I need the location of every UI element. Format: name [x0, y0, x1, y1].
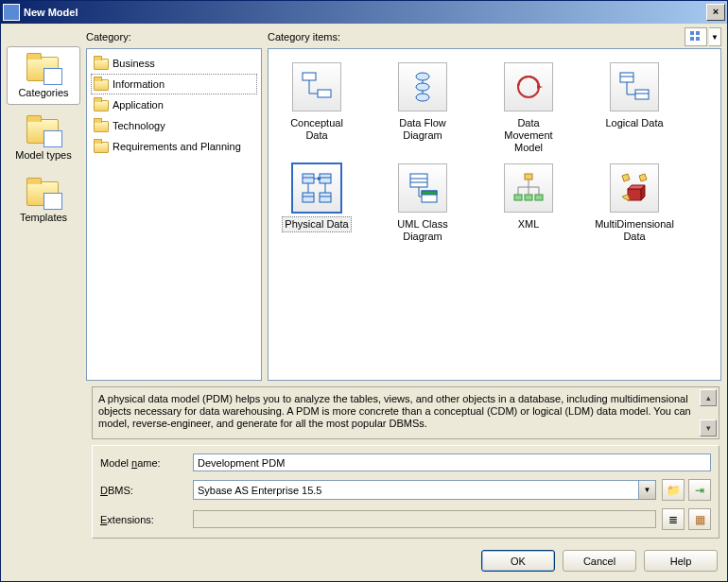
folder-icon: [94, 119, 109, 132]
new-model-dialog: New Model × Categories Model types Templ…: [0, 0, 728, 582]
tree-icon: [512, 172, 545, 204]
chevron-down-icon: ▾: [706, 422, 711, 435]
model-name-input[interactable]: [193, 454, 711, 471]
item-label: Physical Data: [282, 216, 351, 232]
model-name-label: Model name:: [100, 457, 187, 469]
sidebar: Categories Model types Templates: [7, 29, 80, 381]
scroll-down-button[interactable]: ▾: [700, 419, 717, 436]
extensions-list-button[interactable]: ≣: [662, 508, 685, 530]
item-label: Conceptual Data: [278, 115, 355, 144]
svg-point-6: [416, 73, 429, 80]
svg-rect-2: [690, 37, 694, 41]
svg-rect-19: [303, 193, 314, 202]
dbms-import-button[interactable]: ⇥: [688, 479, 711, 501]
diagram-icon: [618, 71, 650, 103]
app-icon: [3, 4, 20, 21]
grid-icon: [690, 31, 702, 43]
svg-rect-20: [320, 193, 331, 202]
svg-rect-5: [318, 90, 331, 97]
dbms-browse-button[interactable]: 📁: [662, 479, 685, 501]
folder-icon: [25, 115, 62, 146]
item-label: Logical Data: [602, 115, 666, 131]
dialog-buttons: OK Cancel Help: [1, 544, 727, 581]
svg-rect-3: [696, 37, 700, 41]
chevron-up-icon: ▴: [706, 392, 711, 404]
package-icon: ▦: [695, 513, 705, 526]
extensions-label: Extensions:: [100, 514, 187, 525]
item-label: Data Movement Model: [490, 115, 567, 156]
category-item-requirements[interactable]: Requirements and Planning: [91, 136, 257, 157]
item-physical-data[interactable]: Physical Data: [278, 163, 355, 245]
item-label: MultiDimensional Data: [592, 216, 677, 245]
description-box: A physical data model (PDM) helps you to…: [92, 386, 719, 439]
sidebar-item-model-types[interactable]: Model types: [7, 109, 80, 167]
svg-rect-30: [422, 191, 437, 195]
dbms-combo[interactable]: ▼: [193, 480, 656, 500]
folder-icon: [94, 57, 109, 70]
cancel-button[interactable]: Cancel: [563, 550, 636, 572]
title-bar: New Model ×: [1, 1, 727, 24]
sidebar-item-categories[interactable]: Categories: [7, 46, 80, 105]
category-item-label: Application: [113, 99, 164, 111]
scroll-up-button[interactable]: ▴: [700, 389, 717, 406]
item-conceptual-data[interactable]: Conceptual Data: [278, 62, 355, 156]
flow-icon: [407, 71, 439, 103]
category-item-label: Information: [113, 78, 165, 90]
svg-rect-26: [410, 174, 427, 187]
view-mode-dropdown[interactable]: ▼: [709, 27, 721, 46]
chevron-down-icon: ▼: [711, 33, 719, 42]
fields-group: Model name: DBMS: ▼ 📁 ⇥ Extensions: ≣ ▦: [92, 445, 719, 539]
chevron-down-icon: ▼: [644, 486, 651, 494]
category-item-business[interactable]: Business: [91, 53, 257, 74]
item-label: XML: [515, 216, 543, 232]
dbms-label: DBMS:: [100, 485, 187, 496]
category-item-technology[interactable]: Technology: [91, 115, 257, 136]
folder-open-icon: 📁: [667, 484, 681, 497]
svg-rect-31: [525, 174, 532, 180]
svg-point-7: [416, 83, 429, 91]
svg-rect-37: [628, 189, 641, 200]
help-button[interactable]: Help: [644, 550, 718, 572]
uml-icon: [407, 172, 439, 204]
item-data-flow-diagram[interactable]: Data Flow Diagram: [384, 62, 461, 156]
svg-rect-0: [690, 31, 694, 35]
folder-icon: [94, 98, 109, 111]
ok-button[interactable]: OK: [481, 550, 555, 572]
category-item-application[interactable]: Application: [91, 94, 257, 115]
view-mode-button[interactable]: [685, 27, 707, 46]
cube-icon: [618, 172, 650, 204]
folder-icon: [94, 140, 109, 153]
dbms-dropdown-button[interactable]: ▼: [638, 480, 656, 500]
item-multidimensional-data[interactable]: MultiDimensional Data: [596, 163, 673, 245]
category-label: Category:: [86, 31, 131, 43]
category-item-information[interactable]: Information: [91, 74, 257, 94]
item-xml[interactable]: XML: [490, 163, 567, 245]
extensions-manage-button[interactable]: ▦: [688, 508, 711, 530]
category-items-list[interactable]: Conceptual Data Data Flow Diagram Data M…: [268, 48, 721, 381]
item-label: Data Flow Diagram: [384, 115, 461, 144]
svg-marker-40: [622, 195, 630, 200]
sidebar-item-label: Categories: [18, 87, 68, 98]
dialog-title: New Model: [24, 7, 706, 18]
sidebar-item-templates[interactable]: Templates: [7, 171, 80, 230]
extensions-field: [193, 510, 656, 528]
import-icon: ⇥: [695, 484, 704, 497]
movement-icon: [512, 71, 545, 103]
item-logical-data[interactable]: Logical Data: [596, 62, 673, 156]
category-list[interactable]: Business Information Application Technol…: [86, 48, 262, 381]
dbms-input[interactable]: [193, 480, 638, 500]
svg-rect-14: [635, 90, 649, 99]
folder-icon: [94, 77, 109, 91]
sidebar-item-label: Model types: [15, 149, 71, 161]
item-uml-class-diagram[interactable]: UML Class Diagram: [384, 163, 461, 245]
svg-rect-13: [620, 73, 633, 82]
folder-icon: [25, 178, 62, 208]
category-items-label: Category items:: [268, 31, 340, 43]
svg-rect-17: [303, 174, 314, 183]
category-item-label: Requirements and Planning: [113, 141, 241, 152]
svg-marker-35: [622, 174, 630, 181]
item-data-movement-model[interactable]: Data Movement Model: [490, 62, 567, 156]
svg-marker-12: [537, 85, 543, 89]
svg-rect-33: [525, 195, 532, 200]
close-button[interactable]: ×: [706, 4, 725, 21]
